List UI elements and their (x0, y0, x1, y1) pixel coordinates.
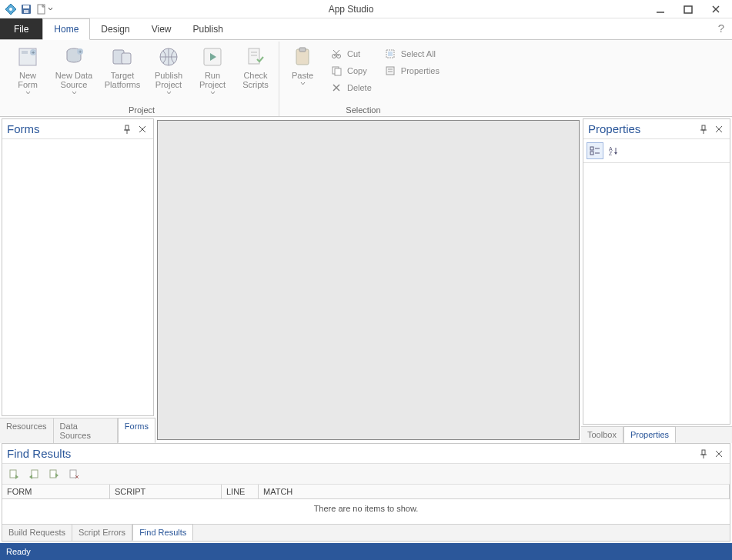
col-script[interactable]: SCRIPT (110, 485, 222, 498)
categorized-view-button[interactable] (587, 142, 603, 159)
tab-build-requests[interactable]: Build Requests (2, 525, 72, 541)
maximize-button[interactable] (677, 1, 700, 18)
tab-view[interactable]: View (141, 18, 182, 39)
play-icon (200, 45, 225, 69)
chevron-down-icon (25, 91, 31, 95)
pin-button[interactable] (697, 448, 710, 460)
properties-toolbar: AZ (583, 139, 730, 163)
forms-panel: Forms Resources Data Sources Forms (0, 117, 155, 443)
tab-file[interactable]: File (0, 18, 42, 39)
forms-panel-tabs: Resources Data Sources Forms (0, 418, 155, 443)
target-platforms-button[interactable]: Target Platforms (102, 43, 143, 89)
tab-home[interactable]: Home (42, 18, 90, 40)
tab-design[interactable]: Design (90, 18, 140, 39)
window-title: App Studio (56, 4, 646, 15)
button-label: Cut (347, 49, 360, 58)
svg-marker-65 (15, 475, 18, 479)
tab-publish[interactable]: Publish (182, 18, 234, 39)
col-line[interactable]: LINE (222, 485, 259, 498)
tab-find-results[interactable]: Find Results (132, 524, 193, 541)
svg-rect-70 (70, 470, 76, 478)
globe-icon (156, 45, 181, 69)
properties-icon (384, 65, 396, 77)
panel-title: Find Results (7, 447, 694, 460)
tab-resources[interactable]: Resources (0, 418, 54, 443)
pin-button[interactable] (697, 123, 710, 135)
svg-rect-66 (32, 470, 38, 478)
select-all-button[interactable]: Select All (381, 46, 443, 62)
alphabetical-view-button[interactable]: AZ (605, 142, 622, 159)
delete-button[interactable]: Delete (327, 80, 375, 95)
tab-properties[interactable]: Properties (623, 426, 676, 443)
button-label: Run Project (199, 71, 226, 89)
close-panel-button[interactable] (136, 123, 149, 135)
forms-tree[interactable] (2, 139, 153, 415)
goto-result-button[interactable] (7, 467, 21, 481)
design-canvas[interactable] (157, 120, 580, 440)
tab-forms[interactable]: Forms (118, 418, 155, 443)
col-match[interactable]: MATCH (259, 485, 730, 498)
button-label: Publish Project (155, 71, 182, 89)
svg-rect-3 (23, 5, 29, 8)
clear-results-button[interactable] (67, 467, 81, 481)
close-panel-button[interactable] (713, 123, 725, 135)
button-label: Check Scripts (242, 71, 269, 89)
svg-rect-23 (249, 48, 259, 64)
form-icon: + (15, 45, 40, 69)
svg-rect-12 (22, 51, 28, 54)
svg-rect-64 (10, 470, 16, 478)
prev-result-button[interactable] (27, 467, 41, 481)
publish-project-button[interactable]: Publish Project (149, 43, 188, 95)
find-results-panel: Find Results FORM SCRIPT LINE MATCH Ther… (2, 443, 730, 542)
svg-text:+: + (79, 48, 82, 55)
properties-panel-tabs: Toolbox Properties (581, 426, 732, 443)
help-button[interactable]: ? (718, 22, 724, 35)
cut-button[interactable]: Cut (327, 46, 375, 62)
svg-text:Z: Z (609, 151, 613, 156)
new-data-source-button[interactable]: + New Data Source (52, 43, 95, 95)
copy-icon (330, 65, 343, 77)
empty-message: There are no items to show. (2, 499, 730, 518)
find-results-tabs: Build Requests Script Errors Find Result… (2, 524, 730, 541)
close-button[interactable] (704, 1, 727, 18)
select-all-icon (384, 48, 396, 60)
paste-button[interactable]: Paste (284, 43, 321, 85)
close-panel-button[interactable] (713, 448, 725, 460)
button-label: New Data Source (55, 71, 92, 89)
svg-rect-33 (335, 68, 341, 75)
button-label: Properties (401, 66, 440, 75)
panel-title: Forms (7, 122, 118, 135)
svg-marker-67 (29, 475, 32, 479)
pin-button[interactable] (121, 123, 133, 135)
save-button[interactable] (20, 3, 32, 15)
svg-text:+: + (32, 49, 35, 56)
database-icon: + (62, 45, 86, 69)
new-button[interactable] (35, 3, 53, 15)
next-result-button[interactable] (47, 467, 61, 481)
properties-button[interactable]: Properties (381, 63, 443, 78)
col-form[interactable]: FORM (2, 485, 110, 498)
check-scripts-button[interactable]: Check Scripts (237, 43, 274, 89)
svg-rect-59 (702, 450, 705, 455)
clipboard-icon (290, 45, 315, 69)
properties-grid[interactable] (583, 163, 730, 424)
button-label: Delete (347, 83, 372, 92)
tab-script-errors[interactable]: Script Errors (72, 525, 132, 541)
properties-panel: Properties AZ Toolbox Properties (581, 117, 732, 443)
svg-rect-27 (299, 48, 306, 52)
minimize-button[interactable] (649, 1, 672, 18)
tab-toolbox[interactable]: Toolbox (581, 427, 623, 443)
chevron-down-icon (72, 91, 77, 95)
svg-rect-46 (702, 125, 705, 130)
run-project-button[interactable]: Run Project (194, 43, 231, 95)
new-form-button[interactable]: + New Form (9, 43, 46, 95)
dropdown-arrow-icon (48, 6, 53, 12)
status-text: Ready (6, 547, 31, 556)
button-label: New Form (18, 71, 38, 89)
panel-header: Find Results (2, 444, 730, 464)
tab-data-sources[interactable]: Data Sources (54, 418, 118, 443)
button-label: Select All (401, 49, 436, 58)
svg-rect-68 (50, 470, 56, 478)
button-label: Target Platforms (105, 71, 140, 89)
copy-button[interactable]: Copy (327, 63, 375, 78)
